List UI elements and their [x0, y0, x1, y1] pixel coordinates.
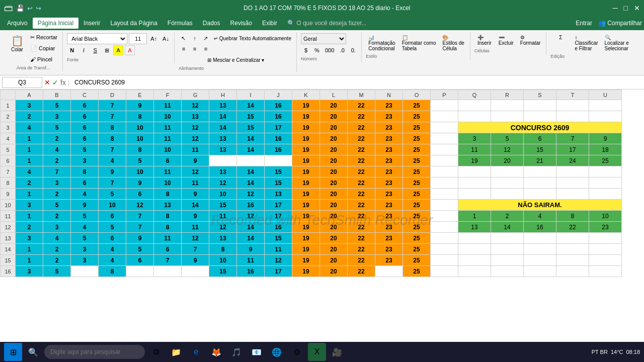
cell[interactable]: 12: [209, 222, 237, 233]
cell[interactable]: 22: [348, 222, 375, 233]
cell[interactable]: 5: [126, 244, 154, 255]
cell[interactable]: 17: [265, 122, 292, 133]
cell[interactable]: 22: [348, 255, 375, 266]
chrome-btn[interactable]: 🌐: [268, 343, 286, 361]
cell[interactable]: 22: [348, 111, 375, 122]
app6-btn[interactable]: 📧: [248, 343, 266, 361]
col-header-A[interactable]: A: [16, 90, 43, 100]
cell[interactable]: 8: [126, 144, 154, 155]
cell[interactable]: 12: [491, 144, 524, 155]
cell[interactable]: 23: [375, 233, 403, 244]
cancel-formula-icon[interactable]: ✕: [44, 78, 50, 86]
row-header-11[interactable]: 11: [1, 211, 16, 222]
bold-btn[interactable]: N: [67, 45, 77, 55]
cell[interactable]: 6: [71, 177, 99, 189]
cell[interactable]: 10: [154, 144, 182, 155]
app5-btn[interactable]: 🎵: [227, 343, 246, 361]
cell[interactable]: 25: [403, 244, 431, 255]
cell[interactable]: 14: [237, 144, 265, 155]
cell[interactable]: [589, 189, 622, 200]
cell[interactable]: 8: [99, 133, 126, 144]
cell[interactable]: 20: [320, 244, 348, 255]
italic-btn[interactable]: I: [78, 45, 89, 55]
cell[interactable]: 25: [589, 155, 622, 166]
cell[interactable]: 14: [237, 177, 265, 189]
cell[interactable]: [589, 233, 622, 244]
cell[interactable]: 25: [403, 222, 431, 233]
cell[interactable]: 15: [237, 122, 265, 133]
search-btn[interactable]: 🔍: [24, 343, 42, 361]
cell[interactable]: 25: [403, 189, 431, 200]
cell[interactable]: 6: [71, 111, 99, 122]
cell[interactable]: 6: [126, 189, 154, 200]
cell[interactable]: 15: [209, 200, 237, 211]
align-top-right-btn[interactable]: ↗: [201, 33, 211, 43]
cell[interactable]: [431, 222, 458, 233]
cell[interactable]: 13: [265, 189, 292, 200]
cell[interactable]: 12: [182, 122, 209, 133]
cell[interactable]: 10: [126, 133, 154, 144]
cell[interactable]: 10: [154, 177, 182, 189]
cell[interactable]: 7: [99, 144, 126, 155]
app10-btn[interactable]: 🎥: [328, 343, 346, 361]
cell[interactable]: 3: [71, 255, 99, 266]
nao-sairam-label-cell[interactable]: NÃO SAIRAM.: [458, 200, 622, 211]
decrease-decimal-btn[interactable]: 0.: [348, 45, 358, 55]
cell[interactable]: [431, 122, 458, 133]
cell[interactable]: 12: [237, 189, 265, 200]
cell[interactable]: [491, 111, 524, 122]
cell[interactable]: 2: [43, 189, 71, 200]
row-header-14[interactable]: 14: [1, 244, 16, 255]
cell[interactable]: 22: [348, 177, 375, 189]
cell[interactable]: [126, 266, 154, 277]
window-minimize[interactable]: ─: [613, 4, 618, 12]
cell[interactable]: [458, 233, 491, 244]
cell[interactable]: [589, 111, 622, 122]
align-center-btn[interactable]: ≡: [190, 44, 200, 54]
cell[interactable]: [556, 233, 589, 244]
cell[interactable]: 17: [265, 211, 292, 222]
cell[interactable]: [375, 266, 403, 277]
cell[interactable]: 22: [348, 266, 375, 277]
cell[interactable]: 20: [320, 200, 348, 211]
cell[interactable]: [154, 266, 182, 277]
cell[interactable]: 4: [16, 122, 43, 133]
col-header-K[interactable]: K: [292, 90, 320, 100]
cell[interactable]: 3: [43, 222, 71, 233]
cell[interactable]: 4: [524, 211, 556, 222]
cell[interactable]: [556, 166, 589, 177]
cell[interactable]: 9: [126, 100, 154, 111]
concurso-label-cell[interactable]: CONCURSO 2609: [458, 122, 622, 133]
cell[interactable]: [431, 189, 458, 200]
cell[interactable]: 16: [265, 100, 292, 111]
cell[interactable]: 19: [292, 222, 320, 233]
cell[interactable]: 2: [16, 111, 43, 122]
cell[interactable]: 2: [43, 244, 71, 255]
menu-layout[interactable]: Layout da Página: [105, 18, 162, 29]
cell[interactable]: 20: [320, 211, 348, 222]
align-right-btn[interactable]: ≡: [201, 44, 211, 54]
cell[interactable]: 1: [16, 189, 43, 200]
cell[interactable]: 19: [292, 200, 320, 211]
cell[interactable]: 11: [154, 122, 182, 133]
cell[interactable]: 16: [265, 222, 292, 233]
cell[interactable]: [589, 166, 622, 177]
edge-btn[interactable]: e: [187, 343, 205, 361]
cell[interactable]: 25: [403, 177, 431, 189]
cell[interactable]: 23: [375, 244, 403, 255]
cell[interactable]: 22: [348, 100, 375, 111]
start-btn[interactable]: ⊞: [4, 343, 22, 361]
cell[interactable]: 8: [71, 166, 99, 177]
cell[interactable]: 23: [375, 200, 403, 211]
col-header-B[interactable]: B: [43, 90, 71, 100]
cell[interactable]: 22: [348, 244, 375, 255]
row-header-9[interactable]: 9: [1, 189, 16, 200]
cell[interactable]: 23: [375, 100, 403, 111]
formatar-btn[interactable]: ⚙Formatar: [518, 33, 543, 47]
cell[interactable]: 13: [209, 144, 237, 155]
align-left-btn[interactable]: ≡: [179, 44, 189, 54]
cell[interactable]: 25: [403, 111, 431, 122]
col-header-M[interactable]: M: [348, 90, 375, 100]
cell[interactable]: 1: [16, 255, 43, 266]
cell[interactable]: 7: [99, 111, 126, 122]
